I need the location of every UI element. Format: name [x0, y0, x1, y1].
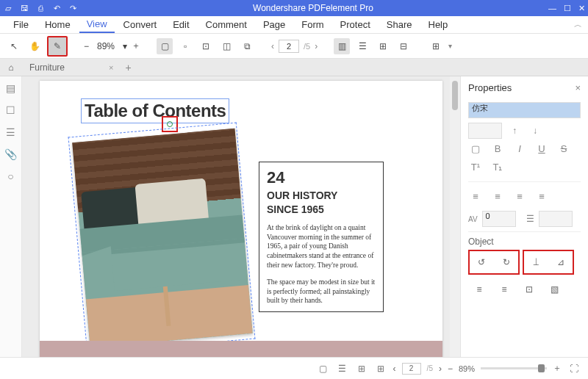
- page-input[interactable]: 2: [279, 40, 299, 53]
- menu-protect[interactable]: Protect: [333, 17, 378, 32]
- align-obj-right[interactable]: ≡: [493, 279, 515, 300]
- zoom-in-button[interactable]: ＋: [132, 40, 140, 52]
- line-spacing-icon[interactable]: ☰: [526, 214, 534, 224]
- text-column[interactable]: 24 OUR HISTORY SINCE 1965 At the brink o…: [259, 162, 384, 312]
- menu-edit[interactable]: Edit: [165, 17, 196, 32]
- thumbnails-icon[interactable]: ▤: [6, 82, 15, 94]
- strike-button[interactable]: S: [556, 143, 571, 154]
- crop-button[interactable]: ⊡: [518, 279, 540, 300]
- status-view-2[interactable]: ☰: [336, 364, 349, 374]
- document-canvas[interactable]: Table of Contents 24 OUR HISTORY SINCE 1…: [22, 76, 450, 357]
- bold-button[interactable]: B: [490, 143, 505, 154]
- zoom-dropdown-icon[interactable]: ▾: [123, 41, 127, 51]
- view-mode-1[interactable]: ▥: [334, 38, 350, 54]
- select-tool[interactable]: ↖: [6, 38, 22, 54]
- page-layout-1[interactable]: ▢: [157, 38, 173, 54]
- flip-vertical-button[interactable]: ⊿: [550, 252, 572, 272]
- view-dropdown-icon[interactable]: ▾: [448, 42, 452, 50]
- char-spacing-label: AV: [468, 215, 478, 223]
- print-icon[interactable]: ⎙: [35, 4, 46, 12]
- replace-image-button[interactable]: ▧: [543, 279, 565, 300]
- view-mode-2[interactable]: ☰: [354, 38, 370, 54]
- view-mode-4[interactable]: ⊟: [395, 38, 412, 54]
- status-page-input[interactable]: 2: [402, 363, 421, 375]
- menu-comment[interactable]: Comment: [198, 17, 254, 32]
- selected-image[interactable]: [81, 135, 244, 341]
- maximize-button[interactable]: ☐: [564, 4, 571, 13]
- rotate-handle[interactable]: [167, 121, 173, 127]
- status-view-3[interactable]: ⊞: [355, 364, 368, 374]
- decorative-bar: [40, 341, 442, 357]
- align-obj-left[interactable]: ≡: [468, 279, 490, 300]
- bookmarks-icon[interactable]: ☐: [6, 104, 15, 116]
- edit-tool[interactable]: ✎: [47, 36, 68, 57]
- italic-button[interactable]: I: [512, 143, 527, 154]
- size-up-button[interactable]: ↑: [506, 123, 523, 139]
- status-zoom-out[interactable]: −: [448, 364, 453, 374]
- next-page-button[interactable]: ›: [315, 41, 318, 51]
- align-center-button[interactable]: ≡: [490, 191, 505, 202]
- fullscreen-icon[interactable]: ⛶: [567, 364, 581, 374]
- search-icon[interactable]: ○: [7, 170, 13, 182]
- close-button[interactable]: ✕: [578, 4, 585, 13]
- attachments-icon[interactable]: 📎: [4, 148, 17, 160]
- status-view-4[interactable]: ⊞: [374, 364, 387, 374]
- zoom-slider[interactable]: [481, 367, 547, 369]
- tab-close-icon[interactable]: ×: [109, 63, 113, 72]
- redo-icon[interactable]: ↷: [68, 4, 78, 13]
- prev-page-button[interactable]: ‹: [271, 41, 274, 51]
- menu-share[interactable]: Share: [379, 17, 420, 32]
- font-select[interactable]: 仿宋: [468, 102, 581, 118]
- rotate-group-highlight: ↺ ↻: [468, 250, 520, 275]
- align-justify-button[interactable]: ≡: [534, 191, 549, 202]
- new-tab-button[interactable]: +: [125, 62, 131, 73]
- comments-icon[interactable]: ☰: [6, 126, 15, 138]
- view-mode-3[interactable]: ⊞: [375, 38, 391, 54]
- panel-close-icon[interactable]: ×: [575, 82, 581, 93]
- page-layout-5[interactable]: ⧉: [239, 38, 255, 54]
- status-zoom-in[interactable]: ＋: [553, 362, 562, 375]
- page-layout-4[interactable]: ◫: [218, 38, 234, 54]
- vertical-scrollbar[interactable]: [450, 76, 460, 357]
- char-spacing-input[interactable]: 0: [482, 211, 516, 227]
- collapse-ribbon-icon[interactable]: ︿: [574, 19, 582, 30]
- minimize-button[interactable]: —: [548, 4, 556, 13]
- menu-form[interactable]: Form: [294, 17, 331, 32]
- menu-file[interactable]: File: [6, 17, 36, 32]
- nav-sidebar: ▤ ☐ ☰ 📎 ○: [0, 76, 22, 357]
- subscript-button[interactable]: T₁: [490, 162, 505, 173]
- rotate-left-button[interactable]: ↺: [470, 252, 492, 272]
- rotate-right-button[interactable]: ↻: [495, 252, 517, 272]
- superscript-button[interactable]: T¹: [468, 162, 483, 173]
- window-title: Wondershare PDFelement Pro: [78, 3, 548, 13]
- properties-panel: Properties × 仿宋 ↑ ↓ ▢ B I U S T¹ T₁ ≡ ≡: [460, 76, 588, 357]
- menu-home[interactable]: Home: [37, 17, 78, 32]
- zoom-out-button[interactable]: −: [84, 41, 89, 51]
- menu-help[interactable]: Help: [421, 17, 456, 32]
- align-left-button[interactable]: ≡: [468, 191, 483, 202]
- flip-horizontal-button[interactable]: ⟘: [525, 252, 547, 272]
- save-icon[interactable]: 🖫: [19, 4, 29, 12]
- underline-button[interactable]: U: [534, 143, 549, 154]
- font-size-select[interactable]: [468, 123, 502, 139]
- menu-view[interactable]: View: [79, 16, 115, 33]
- zoom-value[interactable]: 89%: [93, 41, 118, 51]
- page-title[interactable]: Table of Contents: [81, 98, 229, 123]
- view-mode-5[interactable]: ⊞: [428, 38, 444, 54]
- border-icon[interactable]: ▢: [468, 143, 483, 154]
- undo-icon[interactable]: ↶: [51, 4, 62, 13]
- hand-tool[interactable]: ✋: [26, 38, 43, 54]
- line-spacing-input[interactable]: [539, 211, 573, 227]
- menu-convert[interactable]: Convert: [116, 17, 165, 32]
- page-layout-3[interactable]: ⊡: [198, 38, 214, 54]
- align-right-button[interactable]: ≡: [512, 191, 527, 202]
- page-layout-2[interactable]: ▫: [177, 38, 193, 54]
- size-down-button[interactable]: ↓: [527, 123, 543, 139]
- page: Table of Contents 24 OUR HISTORY SINCE 1…: [40, 81, 442, 357]
- menu-page[interactable]: Page: [256, 17, 293, 32]
- home-tab-icon[interactable]: ⌂: [4, 62, 18, 73]
- status-prev-page[interactable]: ‹: [393, 364, 396, 374]
- status-view-1[interactable]: ▢: [317, 364, 330, 374]
- status-next-page[interactable]: ›: [439, 364, 442, 374]
- tab-furniture[interactable]: Furniture ×: [22, 60, 121, 75]
